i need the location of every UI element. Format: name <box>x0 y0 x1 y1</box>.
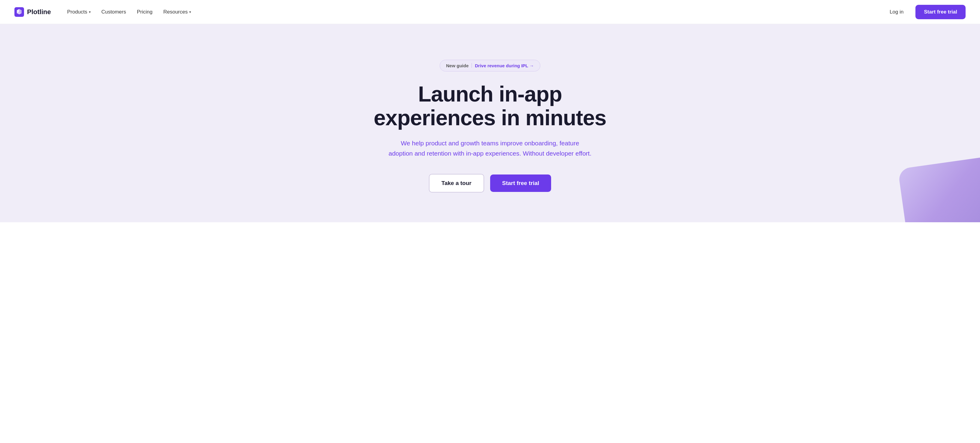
login-button[interactable]: Log in <box>882 6 911 18</box>
nav-item-products[interactable]: Products ▾ <box>63 6 95 18</box>
badge-link[interactable]: Drive revenue during IPL → <box>475 63 534 68</box>
nav-item-resources[interactable]: Resources ▾ <box>159 6 195 18</box>
nav-links: Products ▾ Customers Pricing Resources ▾ <box>63 6 195 18</box>
chevron-down-icon-resources: ▾ <box>189 10 191 14</box>
hero-buttons: Take a tour Start free trial <box>429 174 551 193</box>
arrow-icon: → <box>530 63 534 68</box>
logo-text: Plotline <box>27 8 51 16</box>
take-tour-button[interactable]: Take a tour <box>429 174 484 193</box>
logo-icon <box>14 7 24 17</box>
hero-subtitle: We help product and growth teams improve… <box>388 138 592 158</box>
hero-trial-button[interactable]: Start free trial <box>490 174 551 192</box>
badge-link-text: Drive revenue during IPL <box>475 63 528 68</box>
hero-title: Launch in-app experiences in minutes <box>355 82 625 130</box>
nav-trial-button[interactable]: Start free trial <box>915 5 966 19</box>
badge-tag: New guide <box>446 63 469 68</box>
navbar-left: Plotline Products ▾ Customers Pricing Re… <box>14 6 195 18</box>
badge-divider <box>471 63 472 68</box>
hero-badge[interactable]: New guide Drive revenue during IPL → <box>440 60 540 72</box>
hero-section: New guide Drive revenue during IPL → Lau… <box>0 24 980 222</box>
nav-pricing-label: Pricing <box>137 9 153 15</box>
nav-item-customers[interactable]: Customers <box>97 6 130 18</box>
nav-item-pricing[interactable]: Pricing <box>133 6 157 18</box>
nav-customers-label: Customers <box>102 9 126 15</box>
navbar: Plotline Products ▾ Customers Pricing Re… <box>0 0 980 24</box>
nav-resources-label: Resources <box>163 9 188 15</box>
nav-products-label: Products <box>67 9 87 15</box>
logo[interactable]: Plotline <box>14 7 51 17</box>
chevron-down-icon: ▾ <box>89 10 91 14</box>
navbar-right: Log in Start free trial <box>882 5 966 19</box>
